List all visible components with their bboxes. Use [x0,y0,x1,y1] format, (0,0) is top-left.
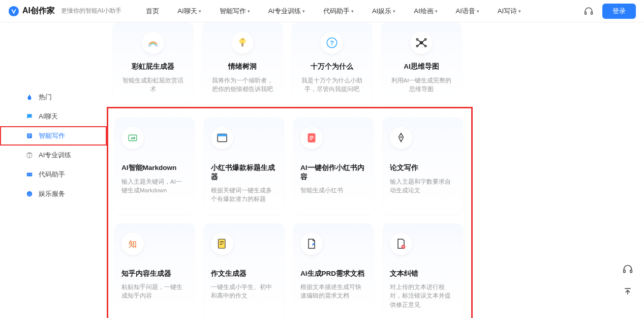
back-to-top-button[interactable] [622,285,634,298]
chevron-down-icon: ▾ [477,9,479,14]
nav-poetry[interactable]: AI写诗▾ [498,7,521,16]
card-title: 文本纠错 [390,269,418,278]
card-mindmap[interactable]: AI思维导图 利用AI一键生成完整的思维导图 [381,22,462,104]
chevron-down-icon: ▾ [248,9,250,14]
logo-text: AI创作家 [22,6,55,16]
card-xiaohongshu-title[interactable]: 小红书爆款标题生成器 根据关键词一键生成多个有爆款潜力的标题 [204,118,284,214]
svg-point-15 [416,39,418,40]
card-desc: 根据关键词一键生成多个有爆款潜力的标题 [211,186,277,204]
card-desc: 智能生成彩虹屁欣赏话术 [120,76,186,94]
card-title: 作文生成器 [211,269,247,278]
float-actions [622,263,634,298]
sidebar-item-writing[interactable]: 智能写作 [0,126,107,146]
tree-icon [231,32,254,54]
card-markdown[interactable]: M AI智能Markdown 输入主题关键词，AI一键生成Markdown [114,118,195,214]
headset-icon[interactable] [584,7,593,16]
card-correction[interactable]: 文本纠错 对上传的文本进行校对，标注错误文本并提供修正意见 [383,223,463,318]
card-title: 十万个为什么 [311,62,353,71]
card-desc: 我是十万个为什么小助手，尽管向我提问吧 [299,76,365,94]
nav-home[interactable]: 首页 [146,7,159,16]
svg-point-7 [30,193,30,193]
card-rainbow[interactable]: 彩虹屁生成器 智能生成彩虹屁欣赏话术 [113,22,193,104]
card-desc: 对上传的文本进行校对，标注错误文本并提供修正意见 [390,283,456,309]
svg-point-24 [401,136,402,138]
card-title: 情绪树洞 [228,62,257,71]
card-tree[interactable]: 情绪树洞 我将作为一个倾听者，把你的烦恼都告诉我吧 [202,22,283,104]
card-essay[interactable]: 作文生成器 一键生成小学生、初中和高中的作文 [204,223,284,318]
nav-code[interactable]: 代码助手▾ [323,7,354,16]
card-xiaohongshu-content[interactable]: AI一键创作小红书内容 智能生成小红书 [293,118,374,214]
support-button[interactable] [622,263,634,275]
chevron-down-icon: ▾ [351,9,354,14]
edit-icon [25,132,34,140]
svg-point-6 [28,193,29,193]
card-title: 论文写作 [390,163,418,172]
svg-rect-22 [218,134,227,137]
sidebar-item-hot[interactable]: 热门 [0,88,107,107]
card-prd[interactable]: AI生成PRD需求文档 根据文本描述生成可快速编辑的需求文档 [293,223,374,318]
svg-rect-2 [591,12,593,14]
card-zhihu[interactable]: 知 知乎内容生成器 粘贴知乎问题，一键生成知乎内容 [114,223,195,318]
correct-icon [390,233,412,255]
card-title: 小红书爆款标题生成器 [211,163,277,181]
svg-text:M: M [131,136,134,140]
svg-point-14 [420,42,423,44]
svg-point-5 [27,191,33,197]
sidebar-item-code[interactable]: 代码助手 [0,165,107,184]
nav-chat[interactable]: AI聊天▾ [177,7,201,16]
essay-icon [211,233,233,255]
top-card-row: 彩虹屁生成器 智能生成彩虹屁欣赏话术 情绪树洞 我将作为一个倾听者，把你的烦恼都… [107,22,644,104]
chevron-down-icon: ▾ [435,9,438,14]
chat-icon [25,112,34,121]
card-desc: 利用AI一键生成完整的思维导图 [388,76,454,94]
svg-rect-26 [219,239,226,248]
card-title: 彩虹屁生成器 [132,62,174,71]
card-desc: 输入主题和字数要求自动生成论文 [390,178,456,195]
login-button[interactable]: 登录 [602,4,636,19]
card-title: AI一键创作小红书内容 [300,163,366,181]
top-nav: 首页 AI聊天▾ 智能写作▾ AI专业训练▾ 代码助手▾ AI娱乐▾ AI绘画▾… [146,7,521,16]
header: AI创作家 更懂你的智能AI小助手 首页 AI聊天▾ 智能写作▾ AI专业训练▾… [0,0,644,22]
card-desc: 根据文本描述生成可快速编辑的需求文档 [300,283,366,301]
nav-entertainment[interactable]: AI娱乐▾ [372,7,395,16]
svg-point-17 [416,45,418,47]
svg-point-0 [9,6,19,16]
logo-area[interactable]: AI创作家 [8,6,55,17]
window-icon [211,127,233,149]
smile-icon [25,190,34,198]
svg-rect-28 [624,270,625,273]
cube-icon [25,151,34,159]
svg-rect-11 [241,43,243,47]
nav-painting[interactable]: AI绘画▾ [414,7,437,16]
code-icon [25,170,34,179]
card-question[interactable]: ? 十万个为什么 我是十万个为什么小助手，尽管向我提问吧 [292,22,372,104]
logo-icon [8,6,19,17]
nav-training[interactable]: AI专业训练▾ [268,7,305,16]
sidebar-item-chat[interactable]: AI聊天 [0,107,107,126]
svg-rect-29 [630,270,632,273]
doc-icon [300,233,323,255]
header-right: 登录 [584,4,636,19]
nav-writing[interactable]: 智能写作▾ [220,7,250,16]
svg-point-18 [425,45,426,47]
card-thesis[interactable]: 论文写作 输入主题和字数要求自动生成论文 [383,118,463,214]
card-title: AI生成PRD需求文档 [300,269,364,278]
sidebar-item-entertainment[interactable]: 娱乐服务 [0,184,107,204]
sidebar-item-training[interactable]: AI专业训练 [0,146,107,165]
svg-point-8 [148,44,150,47]
tagline: 更懂你的智能AI小助手 [61,7,121,15]
svg-point-16 [425,39,426,40]
nav-voice[interactable]: AI语音▾ [456,7,479,16]
card-desc: 粘贴知乎问题，一键生成知乎内容 [121,283,188,301]
svg-point-9 [155,44,158,47]
fire-icon [25,93,34,101]
pen-icon [390,127,412,149]
svg-text:?: ? [330,39,334,47]
svg-point-10 [239,38,246,44]
card-desc: 输入主题关键词，AI一键生成Markdown [121,178,188,195]
chevron-down-icon: ▾ [199,9,201,14]
sidebar: 热门 AI聊天 智能写作 AI专业训练 代码助手 娱乐服务 [0,26,107,318]
mindmap-icon [410,32,433,54]
card-title: AI思维导图 [404,62,439,71]
zhi-icon: 知 [121,233,144,255]
